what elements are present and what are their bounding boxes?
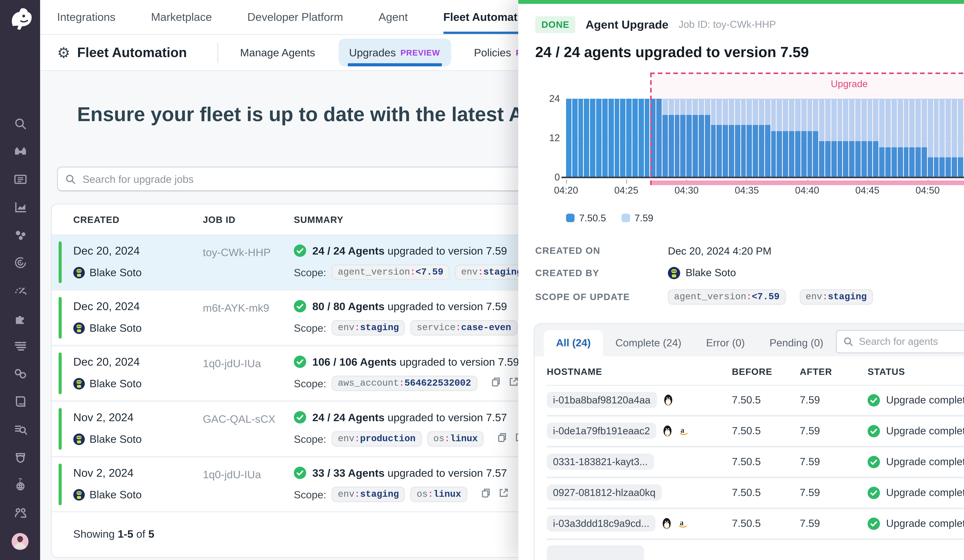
hostname-chip[interactable]: i-01ba8baf98120a4aa	[547, 392, 657, 408]
copy-icon[interactable]	[497, 432, 508, 446]
agents-tab-pending-0[interactable]: Pending (0)	[757, 330, 835, 356]
metrics-icon[interactable]	[13, 200, 28, 215]
agents-table: HOSTNAMEBEFOREAFTERSTATUS i-01ba8baf9812…	[534, 356, 964, 560]
watchdog-icon[interactable]	[13, 144, 28, 159]
copy-icon[interactable]	[490, 376, 501, 390]
scope-value: agent_version:<7.59 env:staging	[668, 289, 964, 304]
datadog-logo-icon[interactable]	[6, 5, 34, 33]
x-axis-label: 04:40	[795, 185, 819, 196]
scope-chip[interactable]: env:staging	[455, 265, 528, 280]
table-row[interactable]: Nov 2, 2024 Blake Soto GAC-QAL-sCX 24 / …	[52, 400, 567, 456]
table-row[interactable]: 0331-183821-kayt3... 7.50.5 7.59 Upgrade…	[547, 446, 964, 477]
scope-chip[interactable]: env:production	[332, 431, 422, 447]
chart-bar	[897, 99, 903, 176]
table-row[interactable]: i-0de1a79fb191eaac2a 7.50.5 7.59 Upgrade…	[547, 415, 964, 446]
agents-tab-error-0[interactable]: Error (0)	[694, 330, 757, 356]
column-header-created: CREATED	[73, 215, 203, 225]
tab-upgrades[interactable]: UpgradesPREVIEW	[338, 39, 451, 66]
scope-chip[interactable]: service:case-even	[410, 320, 517, 335]
notebooks-icon[interactable]	[13, 394, 28, 409]
hostname-chip[interactable]: i-03a3ddd18c9a9cd...	[547, 516, 656, 532]
nav-item-marketplace[interactable]: Marketplace	[151, 0, 212, 34]
job-id: m6t-AYK-mk9	[203, 300, 294, 335]
scope-chip[interactable]: agent_version:<7.59	[332, 265, 449, 280]
integrations-icon[interactable]	[13, 311, 28, 326]
help-icon[interactable]: ?	[13, 477, 28, 492]
chart-bar	[566, 99, 571, 176]
chart-bar	[933, 99, 939, 176]
table-row[interactable]: Dec 20, 2024 Blake Soto 1q0-jdU-IUa 106 …	[52, 345, 567, 400]
x-axis-label: 04:30	[674, 185, 699, 196]
hostname-chip[interactable]: i-0de1a79fb191eaac2	[547, 423, 656, 439]
scope-chip[interactable]: env:staging	[800, 289, 873, 304]
job-date: Nov 2, 2024	[73, 467, 203, 479]
ci-pipeline-icon[interactable]	[13, 366, 28, 381]
y-axis-label: 12	[534, 133, 560, 144]
chart-bar	[885, 99, 891, 176]
logs-icon[interactable]	[13, 339, 28, 353]
security-icon[interactable]	[13, 450, 28, 464]
hostname-chip[interactable]: 0927-081812-hlzaa0kq	[547, 485, 662, 501]
user-avatar[interactable]	[11, 533, 29, 550]
chart-bar	[904, 99, 909, 176]
open-in-new-icon[interactable]	[508, 376, 519, 390]
chart-bar	[765, 99, 770, 176]
chart-bar	[716, 99, 722, 176]
hostname-chip[interactable]: 0331-183821-kayt3...	[547, 454, 654, 470]
y-axis-label: 0	[534, 172, 560, 182]
job-status-accent	[59, 353, 62, 394]
status-cell: Upgrade complete	[868, 487, 964, 499]
monitors-icon[interactable]	[13, 283, 28, 298]
legend-item-7-50-5[interactable]: 7.50.5	[566, 213, 606, 223]
job-status-accent	[59, 408, 62, 450]
scope-chip[interactable]: os:linux	[427, 431, 484, 447]
scope-chip[interactable]: env:staging	[332, 487, 405, 502]
chart-bar	[644, 99, 650, 176]
scope-chip[interactable]: os:linux	[410, 487, 467, 502]
table-row[interactable]: Nov 2, 2024 Blake Soto 1q0-jdU-IUa 33 / …	[52, 456, 567, 511]
open-in-new-icon[interactable]	[498, 487, 509, 501]
before-version: 7.50.5	[732, 394, 800, 406]
dashboards-icon[interactable]	[13, 172, 28, 187]
chart-bar	[867, 99, 873, 176]
svg-text:?: ?	[18, 477, 21, 483]
jobs-search-input[interactable]	[57, 167, 557, 191]
log-explorer-icon[interactable]	[13, 422, 28, 436]
upgrade-jobs-table: CREATEDJOB IDSUMMARY Dec 20, 2024 Blake …	[51, 203, 568, 558]
scope-chip[interactable]: aws_account:564622532002	[332, 376, 477, 391]
nav-item-developer-platform[interactable]: Developer Platform	[248, 0, 343, 34]
table-row[interactable]: Dec 20, 2024 Blake Soto toy-CWk-HHP 24 /…	[52, 235, 567, 289]
agents-search	[835, 330, 964, 353]
scope-label: Scope:	[294, 322, 326, 334]
hostname-cell: 0927-081812-hlzaa0kq	[547, 485, 732, 501]
tab-manage-agents[interactable]: Manage Agents	[237, 35, 318, 70]
agents-tab-all-24[interactable]: All (24)	[544, 330, 603, 356]
job-id: 1q0-jdU-IUa	[203, 356, 294, 391]
panel-status-bar	[518, 0, 964, 4]
chart-bar	[687, 99, 692, 176]
legend-item-7-59[interactable]: 7.59	[621, 213, 653, 223]
created-on-value: Dec 20, 2024 4:20 PM	[668, 245, 964, 257]
agents-search-input[interactable]	[835, 330, 964, 353]
search-icon[interactable]	[13, 116, 28, 131]
chart-bar	[656, 99, 662, 176]
legend-swatch	[621, 214, 630, 222]
organization-icon[interactable]	[13, 505, 28, 520]
y-axis-label: 24	[534, 93, 560, 104]
copy-icon[interactable]	[480, 487, 491, 501]
scope-chip[interactable]: env:staging	[332, 320, 405, 335]
table-row[interactable]: 0927-081812-hlzaa0kq 7.50.5 7.59 Upgrade…	[547, 477, 964, 507]
nav-item-integrations[interactable]: Integrations	[57, 0, 116, 34]
table-row[interactable]: i-03a3ddd18c9a9cd...a 7.50.5 7.59 Upgrad…	[547, 507, 964, 538]
agents-table-header: HOSTNAMEBEFOREAFTERSTATUS	[547, 356, 964, 386]
scope-label: Scope:	[294, 488, 326, 500]
table-row[interactable]: Dec 20, 2024 Blake Soto m6t-AYK-mk9 80 /…	[52, 289, 567, 345]
apm-icon[interactable]	[13, 255, 28, 270]
agents-tab-complete-24[interactable]: Complete (24)	[603, 330, 694, 356]
nav-item-agent[interactable]: Agent	[379, 0, 408, 34]
scope-chip[interactable]: agent_version:<7.59	[668, 289, 786, 304]
table-row[interactable]	[547, 538, 964, 560]
table-row[interactable]: i-01ba8baf98120a4aa 7.50.5 7.59 Upgrade …	[547, 386, 964, 415]
panel-title: Agent Upgrade	[586, 18, 668, 31]
infrastructure-icon[interactable]	[13, 228, 28, 242]
